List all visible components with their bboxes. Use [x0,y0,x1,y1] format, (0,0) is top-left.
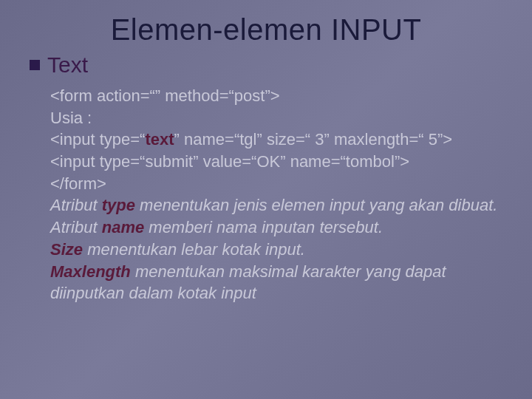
desc-text: Atribut [50,196,102,214]
desc-line-2: Atribut name memberi nama inputan terseb… [50,216,502,239]
desc-line-4: Maxlength menentukan maksimal karakter y… [50,261,502,304]
bullet-icon [30,60,40,70]
code-text: ” name=“tgl” size=“ 3” maxlength=“ 5”> [174,130,453,149]
slide: Elemen-elemen INPUT Text <form action=“”… [0,0,532,399]
code-line-1: <form action=“” method=“post”> [50,85,502,107]
keyword-text: text [145,130,174,149]
desc-line-3: Size menentukan lebar kotak input. [50,239,502,261]
code-line-5: </form> [50,173,502,195]
desc-text: menentukan lebar kotak input. [83,240,305,259]
code-line-3: <input type=“text” name=“tgl” size=“ 3” … [50,129,502,151]
code-line-4: <input type=“submit” value=“OK” name=“to… [50,151,502,173]
keyword-name: name [102,218,144,236]
keyword-size: ize [61,240,83,259]
keyword-maxlength: Maxlength [50,262,131,281]
subtitle-row: Text [30,52,502,78]
keyword-size-s: S [50,240,61,259]
code-line-2: Usia : [50,107,502,129]
desc-line-1: Atribut type menentukan jenis elemen inp… [50,194,502,216]
keyword-type: type [102,196,135,214]
slide-subtitle: Text [47,52,88,78]
code-text: <input type=“ [50,130,145,149]
desc-text: Atribut [50,218,102,236]
desc-text: menentukan jenis elemen input yang akan … [135,196,497,214]
desc-text: memberi nama inputan tersebut. [144,218,383,236]
slide-title: Elemen-elemen INPUT [30,13,502,47]
slide-content: <form action=“” method=“post”> Usia : <i… [30,85,502,304]
